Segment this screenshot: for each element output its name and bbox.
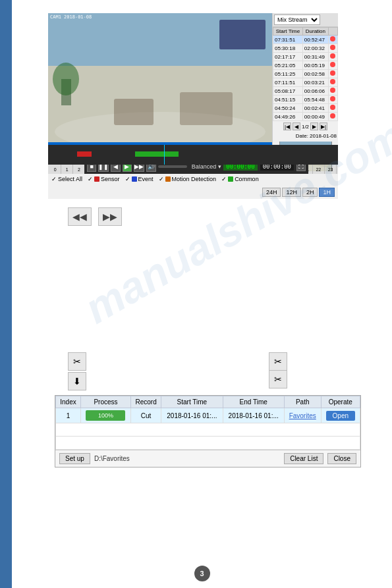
video-section: CAM1 2018-01-08 Mix Stream Main Stream S… bbox=[48, 13, 338, 199]
record-dot bbox=[330, 36, 335, 41]
sensor-dot bbox=[94, 176, 99, 182]
pagination-next-button[interactable]: ▶ bbox=[310, 122, 318, 130]
table-row[interactable]: 04:51:15 05:54:48 bbox=[273, 95, 338, 104]
timeline-hour-2: 2 bbox=[73, 165, 85, 174]
row-operate[interactable]: Open bbox=[321, 408, 360, 423]
record-dot bbox=[330, 88, 335, 93]
table-row[interactable]: 07:11:51 00:03:21 bbox=[273, 78, 338, 87]
check-sensor: ✓ bbox=[88, 176, 93, 182]
playback-col-start: Start Time bbox=[273, 28, 303, 36]
legend-select-all-label: Select All bbox=[58, 176, 82, 182]
clear-list-button[interactable]: Clear List bbox=[284, 453, 323, 464]
table-row[interactable]: 05:21:05 00:05:19 bbox=[273, 61, 338, 70]
close-panel-button[interactable]: Close bbox=[327, 453, 356, 464]
download-icon: ⬇ bbox=[73, 376, 81, 387]
volume-slider[interactable] bbox=[158, 165, 187, 168]
row-path[interactable]: Favorites bbox=[284, 408, 321, 423]
next-page-button[interactable]: ▶▶ bbox=[98, 207, 122, 226]
scissors-end-button[interactable]: ✂ bbox=[269, 352, 287, 371]
legend-event[interactable]: ✓ Event bbox=[125, 176, 154, 182]
download-button[interactable]: ⬇ bbox=[68, 372, 86, 390]
timeline-bar[interactable] bbox=[48, 145, 338, 165]
table-row[interactable]: 05:30:18 02:00:32 bbox=[273, 44, 338, 53]
download-panel-footer: Set up D:\Favorites Clear List Close bbox=[55, 450, 360, 467]
pagination-first-button[interactable]: |◀ bbox=[283, 122, 291, 130]
table-row[interactable]: 04:50:24 00:02:41 bbox=[273, 104, 338, 113]
check-common: ✓ bbox=[221, 176, 227, 182]
row-record: Cut bbox=[130, 408, 161, 423]
prev-page-button[interactable]: ◀◀ bbox=[68, 207, 92, 226]
zoom-12h-button[interactable]: 12H bbox=[282, 188, 301, 197]
motion-dot bbox=[165, 176, 171, 182]
row-end-time: 2018-01-16 01:... bbox=[223, 408, 284, 423]
download-col-record: Record bbox=[130, 396, 161, 408]
svg-rect-4 bbox=[180, 92, 233, 125]
timeline-common-bar bbox=[135, 151, 179, 157]
download-table-row[interactable]: 1 100% Cut 2018-01-16 01:... 2018-01-16 … bbox=[56, 408, 360, 423]
download-col-process: Process bbox=[80, 396, 130, 408]
record-dot bbox=[330, 53, 335, 59]
download-table: Index Process Record Start Time End Time… bbox=[55, 396, 360, 450]
pagination-info: 1/2 bbox=[302, 124, 309, 130]
table-row[interactable]: 07:31:51 00:52:47 bbox=[273, 36, 338, 44]
download-col-index: Index bbox=[56, 396, 81, 408]
zoom-1h-button[interactable]: 1H bbox=[319, 188, 335, 197]
download-col-operate: Operate bbox=[321, 396, 360, 408]
video-and-panel: CAM1 2018-01-08 Mix Stream Main Stream S… bbox=[48, 13, 338, 145]
zoom-buttons: 24H 12H 2H 1H bbox=[262, 188, 335, 197]
playback-col-duration: Duration bbox=[302, 28, 328, 36]
timeline-hour-23: 23 bbox=[325, 165, 337, 174]
pagination-prev-button[interactable]: ◀ bbox=[293, 122, 300, 130]
scissors-clip-button[interactable]: ✂ bbox=[269, 370, 287, 388]
legend-select-all[interactable]: ✓ Select All bbox=[51, 176, 82, 182]
record-dot bbox=[330, 96, 335, 101]
table-row[interactable]: 05:08:17 00:06:06 bbox=[273, 87, 338, 95]
download-col-start-time: Start Time bbox=[161, 396, 223, 408]
download-col-path: Path bbox=[284, 396, 321, 408]
open-file-button[interactable]: Open bbox=[326, 411, 355, 421]
scissors-end-icon: ✂ bbox=[274, 356, 282, 367]
favorites-link[interactable]: Favorites bbox=[289, 412, 316, 419]
scissors-start-button[interactable]: ✂ bbox=[68, 352, 86, 371]
check-select-all: ✓ bbox=[51, 176, 57, 182]
main-content: manualshive.com bbox=[12, 0, 392, 588]
legend-sensor[interactable]: ✓ Sensor bbox=[88, 176, 120, 182]
timeline-hour-1: 1 bbox=[61, 165, 73, 174]
zoom-24h-button[interactable]: 24H bbox=[262, 188, 281, 197]
legend-common[interactable]: ✓ Common bbox=[221, 176, 259, 182]
legend-common-label: Common bbox=[235, 176, 259, 182]
record-dot bbox=[330, 45, 335, 50]
table-row[interactable]: 02:17:17 00:31:49 bbox=[273, 53, 338, 61]
timeline-background bbox=[48, 145, 338, 165]
timeline-hour-0: 0 bbox=[49, 165, 61, 174]
camera-scene: CAM1 2018-01-08 bbox=[48, 13, 272, 145]
timeline-hour-22: 22 bbox=[313, 165, 325, 174]
video-player: CAM1 2018-01-08 bbox=[48, 13, 272, 145]
svg-rect-7 bbox=[219, 20, 266, 49]
setup-button[interactable]: Set up bbox=[59, 453, 90, 464]
scissors-clip-icon: ✂ bbox=[274, 374, 282, 385]
record-dot bbox=[330, 70, 335, 76]
legend-sensor-label: Sensor bbox=[101, 176, 120, 182]
playback-table: Start Time Duration 07:31:51 00:52:47 05 bbox=[273, 27, 338, 121]
process-bar: 100% bbox=[86, 410, 125, 421]
table-row[interactable]: 04:49:26 00:00:49 bbox=[273, 113, 338, 121]
pagination-last-button[interactable]: ▶| bbox=[320, 122, 327, 130]
table-row[interactable]: 05:11:25 00:02:58 bbox=[273, 70, 338, 78]
record-dot bbox=[330, 79, 335, 84]
date-label: Date: 2018-01-08 bbox=[273, 132, 338, 140]
zoom-2h-button[interactable]: 2H bbox=[302, 188, 318, 197]
prev-page-icon: ◀◀ bbox=[72, 211, 87, 222]
video-info-overlay: CAM1 2018-01-08 bbox=[50, 14, 92, 20]
common-dot bbox=[228, 176, 233, 182]
event-dot bbox=[132, 176, 137, 182]
legend-bar: ✓ Select All ✓ Sensor ✓ Event ✓ Motion D… bbox=[48, 174, 338, 199]
legend-motion[interactable]: ✓ Motion Detection bbox=[159, 176, 217, 182]
stream-select[interactable]: Mix Stream Main Stream Sub Stream bbox=[274, 14, 320, 25]
nav-buttons: ◀◀ ▶▶ bbox=[68, 207, 122, 226]
legend-motion-label: Motion Detection bbox=[172, 176, 217, 182]
left-sidebar-bar bbox=[0, 0, 12, 588]
playback-panel-header: Mix Stream Main Stream Sub Stream bbox=[273, 13, 338, 27]
check-event: ✓ bbox=[125, 176, 130, 182]
svg-rect-3 bbox=[114, 99, 154, 125]
